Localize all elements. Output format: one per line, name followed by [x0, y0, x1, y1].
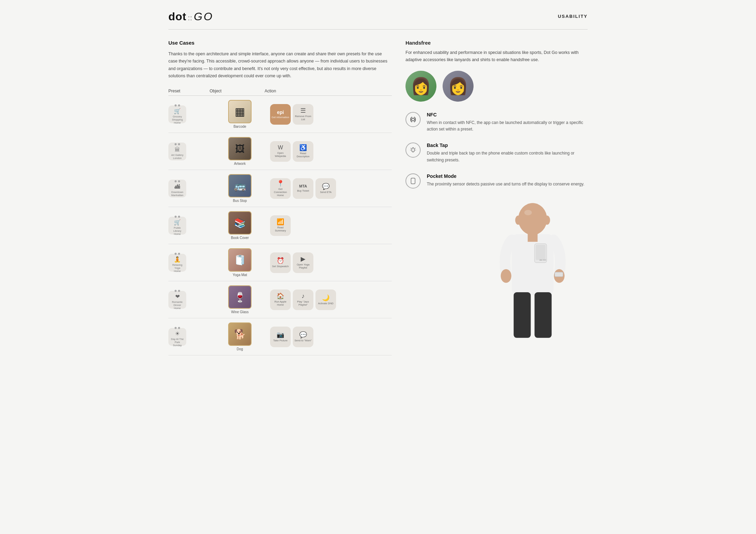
camera-icon: 📷: [277, 332, 284, 338]
action-set-stopwatch[interactable]: ⏰ Set Stopwatch: [270, 252, 291, 273]
clock-icon: ⏰: [277, 258, 284, 264]
table-row: 🛒 Grocery ShoppingHome ▦ Barcode epi Get…: [168, 96, 392, 133]
main-content: Use Cases Thanks to the open architectur…: [168, 40, 588, 355]
preset-icon-yoga: 🧘 Relaxing YogaHome: [168, 254, 186, 272]
avatar-row: 👩 👩: [405, 71, 588, 102]
action-open-yoga-playlist[interactable]: ▶ Open Yoga Playlist: [293, 252, 313, 273]
handsfree-desc: For enhanced usability and performance i…: [405, 49, 588, 64]
music-icon: ♪: [302, 293, 305, 299]
object-cell-artwork: 🖼 Artwork: [212, 137, 267, 166]
mta-icon: MTA: [299, 184, 307, 188]
feature-nfc-content: NFC When in contact with NFC, the app ca…: [427, 112, 588, 133]
nav-label: USABILITY: [558, 14, 588, 19]
table-row: ❤ Romantic DinnerHome 🍷 Wine Glass 🏠 Run…: [168, 281, 392, 318]
list-icon: ☰: [300, 107, 306, 114]
handsfree-section: Handsfree For enhanced usability and per…: [405, 40, 588, 102]
action-read-summary[interactable]: 📶 Read Summary: [270, 215, 291, 236]
svg-rect-10: [535, 292, 552, 338]
feature-backtap-title: Back Tap: [427, 143, 588, 148]
logo: dot::GO: [168, 10, 214, 23]
preset-icon-library: 🛒 Public LibraryHome: [168, 217, 186, 235]
person-illustration-area: dot::GO: [405, 198, 588, 336]
avatar-woman2: 👩: [443, 71, 474, 102]
play-icon: ▶: [301, 256, 305, 262]
handsfree-title: Handsfree: [405, 40, 588, 46]
actions-cell-library: 📶 Read Summary: [270, 215, 392, 236]
feature-pocketmode-title: Pocket Mode: [427, 173, 584, 179]
feature-backtap-content: Back Tap Double and triple back tap on t…: [427, 143, 588, 164]
svg-point-2: [518, 203, 547, 235]
table-row: 🏙 DowntownManhattan 🚌 Bus Stop 📍 Get Con…: [168, 170, 392, 207]
use-cases-description: Thanks to the open architecture and simp…: [168, 50, 392, 80]
action-remove-from-list[interactable]: ☰ Remove From List: [293, 104, 313, 125]
table-row: 🛒 Public LibraryHome 📚 Book Cover 📶 Read…: [168, 207, 392, 244]
action-send-eta[interactable]: 💬 Send ETA: [315, 178, 336, 199]
nfc-icon: [405, 112, 421, 127]
action-activate-dnd[interactable]: 🌙 Activate DND: [315, 289, 336, 310]
avatar-woman1: 👩: [405, 71, 436, 102]
preset-icon-grocery: 🛒 Grocery ShoppingHome: [168, 105, 186, 123]
chat-icon: 💬: [322, 183, 330, 190]
preset-cell-art: 🏛 Art GalleryLondon: [168, 143, 210, 160]
action-run-apple-home[interactable]: 🏠 Run Apple Home: [270, 289, 291, 310]
left-column: Use Cases Thanks to the open architectur…: [168, 40, 392, 355]
table-row: 🧘 Relaxing YogaHome 🧻 Yoga Mat ⏰ Set Sto…: [168, 244, 392, 281]
action-take-picture[interactable]: 📷 Take Picture: [270, 327, 291, 347]
feature-nfc: NFC When in contact with NFC, the app ca…: [405, 112, 588, 133]
feature-backtap-desc: Double and triple back tap on the phone …: [427, 150, 588, 164]
logo-go: GO: [194, 10, 214, 23]
action-read-description[interactable]: ♿ Read Description: [293, 141, 313, 162]
action-get-information[interactable]: epi Get information: [270, 104, 291, 125]
message-icon: 💬: [299, 332, 307, 338]
preset-icon-art: 🏛 Art GalleryLondon: [168, 143, 186, 160]
action-open-wikipedia[interactable]: W Open Wikipedia: [270, 141, 291, 162]
home-icon: 🏠: [277, 293, 284, 299]
actions-cell-grocery: epi Get information ☰ Remove From List: [270, 104, 392, 125]
actions-cell-park: 📷 Take Picture 💬 Send to "Mom": [270, 327, 392, 347]
svg-rect-13: [555, 272, 563, 276]
preset-cell-grocery: 🛒 Grocery ShoppingHome: [168, 105, 210, 123]
feature-nfc-desc: When in contact with NFC, the app can be…: [427, 120, 588, 133]
preset-cell-park: ☀ Day At The ParkSunday: [168, 328, 210, 346]
object-cell-barcode: ▦ Barcode: [212, 100, 267, 128]
feature-pocketmode-desc: The proximity sensor detects passive use…: [427, 181, 584, 188]
feature-backtap: Back Tap Double and triple back tap on t…: [405, 143, 588, 164]
preset-icon-downtown: 🏙 DowntownManhattan: [168, 180, 186, 197]
location-icon: 📍: [277, 180, 284, 186]
wikipedia-icon: W: [278, 145, 283, 150]
object-cell-dog: 🐕 Dog: [212, 322, 267, 351]
feature-pocketmode-content: Pocket Mode The proximity sensor detects…: [427, 173, 584, 188]
avatar-person2-icon: 👩: [448, 77, 468, 96]
object-image-busstop: 🚌: [228, 174, 252, 197]
actions-cell-yoga: ⏰ Set Stopwatch ▶ Open Yoga Playlist: [270, 252, 392, 273]
back-tap-icon: [405, 143, 421, 158]
object-image-yogamat: 🧻: [228, 248, 252, 272]
svg-point-3: [515, 216, 521, 225]
object-label-busstop: Bus Stop: [233, 199, 247, 203]
pocket-mode-icon: [405, 173, 421, 189]
header: dot::GO USABILITY: [168, 10, 588, 30]
feature-nfc-title: NFC: [427, 112, 588, 117]
action-send-to-mom[interactable]: 💬 Send to "Mom": [293, 327, 313, 347]
object-cell-bookcover: 📚 Book Cover: [212, 211, 267, 240]
svg-rect-9: [514, 292, 531, 338]
feature-pocketmode: Pocket Mode The proximity sensor detects…: [405, 173, 588, 189]
accessibility-icon: ♿: [299, 145, 307, 151]
table-row: 🏛 Art GalleryLondon 🖼 Artwork W Open Wik…: [168, 133, 392, 170]
action-play-jazz[interactable]: ♪ Play "Jazz Playlist": [293, 289, 313, 310]
svg-rect-6: [528, 232, 538, 242]
wifi-icon: 📶: [277, 219, 284, 225]
epi-icon: epi: [277, 110, 284, 115]
logo-separator: ::: [188, 14, 192, 22]
object-image-barcode: ▦: [228, 100, 252, 123]
right-section-inner: Handsfree For enhanced usability and per…: [405, 40, 588, 336]
object-label-wineglass: Wine Glass: [231, 310, 248, 314]
preset-cell-dinner: ❤ Romantic DinnerHome: [168, 291, 210, 309]
action-get-connection-home[interactable]: 📍 Get Connection Home: [270, 178, 291, 199]
object-cell-busstop: 🚌 Bus Stop: [212, 174, 267, 203]
action-buy-ticket[interactable]: MTA Buy Ticket: [293, 178, 313, 199]
object-label-bookcover: Book Cover: [231, 236, 249, 240]
moon-icon: 🌙: [322, 295, 330, 301]
logo-dot: dot: [168, 10, 187, 23]
actions-cell-art: W Open Wikipedia ♿ Read Description: [270, 141, 392, 162]
